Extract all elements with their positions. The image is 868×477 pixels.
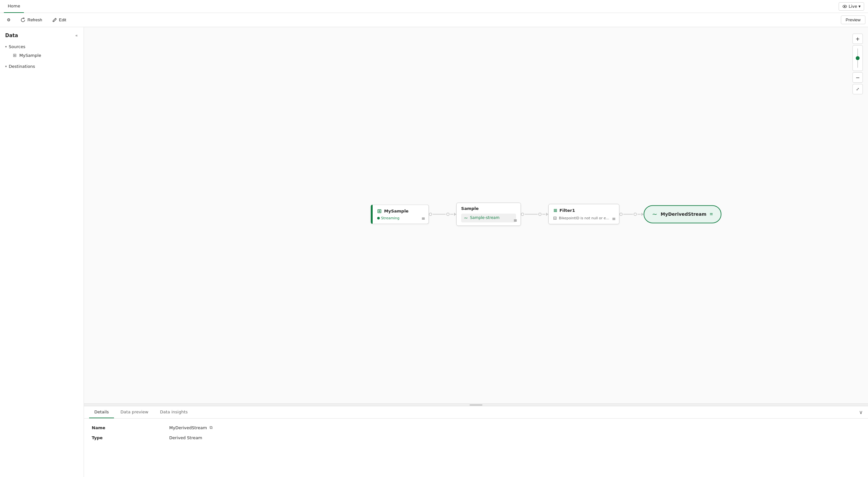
- conn-dot-3: [521, 212, 524, 216]
- live-button[interactable]: Live ▾: [839, 2, 864, 11]
- mysample-label: MySample: [20, 53, 41, 58]
- zoom-out-button[interactable]: −: [852, 72, 863, 83]
- filter-condition-icon: ⊟: [553, 215, 557, 220]
- refresh-button[interactable]: Refresh: [16, 15, 46, 25]
- sidebar-header: Data «: [0, 31, 84, 42]
- detail-row-name: Name MyDerivedStream ⧉: [92, 425, 860, 430]
- zoom-in-button[interactable]: +: [852, 34, 863, 44]
- canvas[interactable]: ⊞ MySample Streaming ≡: [84, 27, 868, 404]
- type-value: Derived Stream: [169, 435, 202, 440]
- conn-arrow-3: [641, 212, 644, 216]
- preview-button[interactable]: Preview: [841, 16, 865, 24]
- main-layout: Data « ▾ Sources ⊞ MySample ▾ Destinatio…: [0, 27, 868, 477]
- connector-2: [521, 212, 548, 216]
- conn-line-3: [623, 214, 633, 214]
- copy-icon[interactable]: ⧉: [210, 425, 213, 430]
- filter-condition: ⊟ BikepointID is not null or e...: [553, 215, 615, 220]
- filter-node-title: Filter1: [559, 208, 575, 213]
- destinations-label: Destinations: [9, 64, 35, 69]
- zoom-slider[interactable]: [852, 45, 863, 71]
- eye-icon: [842, 4, 847, 9]
- tab-home[interactable]: Home: [4, 0, 24, 13]
- canvas-area: ⊞ MySample Streaming ≡: [84, 27, 868, 477]
- sidebar-title: Data: [5, 33, 18, 38]
- gear-icon: ⚙: [7, 18, 11, 22]
- edit-icon: [52, 18, 57, 23]
- sample-node-title: Sample: [461, 206, 516, 211]
- sidebar: Data « ▾ Sources ⊞ MySample ▾ Destinatio…: [0, 27, 84, 477]
- sources-chevron: ▾: [5, 45, 7, 49]
- tab-data-preview[interactable]: Data preview: [115, 406, 153, 418]
- tab-details[interactable]: Details: [89, 406, 114, 418]
- conn-dot-4: [538, 212, 541, 216]
- flow-diagram: ⊞ MySample Streaming ≡: [371, 203, 721, 226]
- refresh-label: Refresh: [27, 18, 42, 22]
- mysample-node-header: ⊞ MySample: [377, 208, 424, 214]
- conn-line-3b: [638, 214, 641, 214]
- live-chevron: ▾: [858, 4, 861, 9]
- conn-dot-5: [619, 212, 623, 216]
- filter-menu-icon[interactable]: ≡: [612, 216, 616, 221]
- tab-data-insights[interactable]: Data insights: [155, 406, 193, 418]
- edit-button[interactable]: Edit: [48, 15, 70, 25]
- filter-condition-text: BikepointID is not null or e...: [559, 216, 609, 220]
- tabs-bar: Details Data preview Data insights ∨: [84, 406, 868, 419]
- mysample-icon: ⊞: [13, 53, 17, 58]
- collapse-button[interactable]: «: [74, 32, 79, 38]
- mysample-node-icon: ⊞: [377, 208, 381, 214]
- conn-line-1b: [450, 214, 454, 214]
- conn-dot-2: [446, 212, 450, 216]
- name-label: Name: [92, 425, 169, 430]
- live-label: Live: [848, 4, 857, 9]
- conn-arrow-2: [546, 212, 548, 216]
- filter-node-header: ≡ Filter1: [553, 207, 615, 213]
- detail-row-type: Type Derived Stream: [92, 435, 860, 440]
- resize-dots: [469, 404, 483, 406]
- streaming-label: Streaming: [381, 216, 399, 220]
- bottom-panel: Details Data preview Data insights ∨ Nam…: [84, 406, 868, 477]
- node-mysample[interactable]: ⊞ MySample Streaming ≡: [371, 204, 429, 224]
- refresh-icon: [20, 18, 26, 23]
- sources-label: Sources: [9, 44, 25, 49]
- panel-expand-icon[interactable]: ∨: [859, 409, 863, 415]
- node-filter[interactable]: ≡ Filter1 ⊟ BikepointID is not null or e…: [548, 204, 619, 224]
- fit-button[interactable]: ⤢: [852, 84, 863, 94]
- conn-arrow-1: [454, 212, 456, 216]
- conn-line-2b: [542, 214, 546, 214]
- edit-label: Edit: [59, 18, 66, 22]
- top-nav: Home Live ▾: [0, 0, 868, 13]
- derived-title: MyDerivedStream: [661, 212, 707, 217]
- sources-section[interactable]: ▾ Sources: [0, 42, 84, 51]
- sample-stream-label: Sample-stream: [470, 215, 499, 220]
- sample-stream-icon: ~: [464, 215, 468, 221]
- conn-line-1: [433, 214, 445, 214]
- svg-point-1: [844, 6, 845, 7]
- connector-1: [429, 212, 456, 216]
- zoom-controls: + − ⤢: [852, 34, 863, 94]
- conn-dot-6: [633, 212, 637, 216]
- status-dot: [377, 217, 380, 219]
- derived-menu-icon[interactable]: ≡: [710, 212, 713, 216]
- node-derived[interactable]: ~ MyDerivedStream ≡: [644, 205, 721, 223]
- type-label: Type: [92, 435, 169, 440]
- node-sample[interactable]: Sample ~ Sample-stream ≡: [456, 203, 521, 226]
- destinations-section[interactable]: ▾ Destinations: [0, 62, 84, 71]
- details-content: Name MyDerivedStream ⧉ Type Derived Stre…: [84, 419, 868, 447]
- gear-button[interactable]: ⚙: [3, 15, 15, 25]
- name-value: MyDerivedStream ⧉: [169, 425, 213, 430]
- conn-line-2: [525, 214, 538, 214]
- sidebar-item-mysample[interactable]: ⊞ MySample: [0, 51, 84, 59]
- resize-handle[interactable]: [84, 404, 868, 406]
- sample-stream-tag: ~ Sample-stream: [461, 213, 516, 222]
- zoom-slider-thumb: [856, 56, 860, 60]
- destinations-chevron: ▾: [5, 65, 7, 68]
- conn-dot-1: [429, 212, 432, 216]
- mysample-menu-icon[interactable]: ≡: [422, 216, 425, 221]
- derived-icon: ~: [652, 210, 657, 218]
- mysample-node-title: MySample: [384, 209, 408, 213]
- toolbar: ⚙ Refresh Edit Preview: [0, 13, 868, 27]
- mysample-status: Streaming: [377, 216, 424, 220]
- name-value-text: MyDerivedStream: [169, 425, 207, 430]
- connector-3: [619, 212, 644, 216]
- sample-menu-icon[interactable]: ≡: [514, 218, 517, 223]
